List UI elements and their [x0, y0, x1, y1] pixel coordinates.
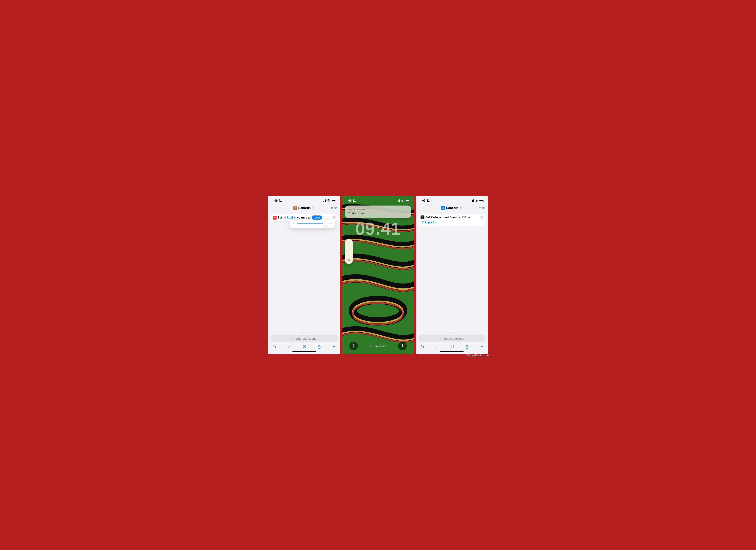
- speaker-icon: [347, 258, 351, 262]
- svg-rect-9: [443, 208, 443, 208]
- cellular-icon: [471, 199, 474, 202]
- action-text-set: Set: [278, 216, 282, 219]
- run-button[interactable]: [480, 344, 483, 350]
- cellular-icon: [397, 199, 400, 202]
- svg-rect-12: [422, 222, 424, 223]
- search-icon: [440, 337, 443, 340]
- shortcut-icon: [441, 206, 445, 210]
- undo-button[interactable]: [421, 344, 424, 350]
- svg-line-15: [442, 339, 442, 340]
- camera-button[interactable]: [398, 342, 407, 350]
- grabber[interactable]: [301, 333, 307, 333]
- grabber[interactable]: [449, 333, 455, 333]
- siri-request-text: Hey Siri sonorus: [348, 208, 365, 211]
- title-chevron-icon[interactable]: [312, 206, 315, 210]
- svg-rect-8: [442, 207, 444, 209]
- notifications-indicator[interactable]: 9 Notifications: [370, 345, 386, 347]
- apple-tv-token[interactable]: Apple TV: [421, 220, 438, 224]
- volume-slider-thumb[interactable]: [323, 222, 328, 226]
- action-app-icon: [273, 216, 277, 220]
- volume-hud: [345, 239, 353, 264]
- home-indicator[interactable]: [292, 351, 316, 352]
- phone-left-shortcuts: 09:41 Sonorus Done: [268, 196, 340, 354]
- share-button[interactable]: [317, 344, 321, 350]
- flashlight-button[interactable]: [349, 342, 358, 350]
- three-phone-canvas: 09:41 Sonorus Done: [263, 192, 493, 358]
- share-button[interactable]: [465, 344, 469, 350]
- status-bar: 09:41: [416, 196, 488, 204]
- phone-middle-lockscreen: 09:41 Hey Siri sonorus That's done. 09:4…: [342, 196, 414, 354]
- apple-tv-label: Apple TV: [425, 221, 437, 224]
- battery-icon: [479, 200, 484, 202]
- editor-toolbar: [418, 342, 485, 350]
- nav-bar: Sonorus Done: [416, 204, 488, 212]
- speaker-low-icon: [293, 222, 295, 225]
- search-actions-field[interactable]: Search Actions: [418, 335, 485, 342]
- nav-bar: Sonorus Done: [268, 204, 340, 212]
- home-indicator[interactable]: [440, 351, 464, 352]
- status-time: 09:41: [348, 199, 356, 202]
- undo-button[interactable]: [273, 344, 277, 350]
- cellular-icon: [323, 199, 326, 202]
- redo-button[interactable]: [288, 344, 292, 350]
- svg-point-17: [452, 346, 452, 346]
- action-card-reduce-loud-sounds[interactable]: Set Reduce Loud Sounds Off on Apple TV: [418, 214, 485, 226]
- status-time: 09:41: [274, 199, 282, 202]
- action-delete-button[interactable]: [480, 215, 484, 219]
- action-text-b: on: [468, 216, 472, 219]
- media-token[interactable]: Media: [283, 216, 296, 220]
- title-chevron-icon[interactable]: [460, 206, 463, 210]
- edit-request-icon[interactable]: [366, 208, 368, 210]
- info-button[interactable]: [450, 344, 454, 350]
- search-icon: [292, 337, 295, 340]
- volume-slider-track[interactable]: [297, 223, 327, 224]
- info-button[interactable]: [303, 344, 306, 350]
- status-bar: 09:41: [268, 196, 340, 204]
- action-text-volumeto: volume to: [297, 216, 311, 219]
- run-button[interactable]: [332, 344, 335, 350]
- action-app-icon: [421, 215, 424, 219]
- siri-response-card[interactable]: Hey Siri sonorus That's done.: [345, 206, 411, 218]
- svg-point-3: [304, 346, 305, 346]
- search-placeholder: Search Actions: [296, 337, 316, 341]
- speaker-high-icon: [329, 222, 332, 226]
- siri-response-text: That's done.: [348, 212, 408, 215]
- svg-rect-18: [452, 346, 452, 347]
- action-text-a: Set Reduce Loud Sounds: [426, 216, 460, 219]
- lockscreen-time: 09:41: [342, 219, 414, 239]
- svg-line-1: [294, 339, 294, 340]
- editor-toolbar: [271, 342, 338, 350]
- wifi-icon: [327, 199, 330, 202]
- svg-rect-4: [304, 346, 305, 347]
- phone-right-shortcuts: 09:41 Sonorus Done: [416, 196, 488, 354]
- notifications-text: 9 Notifications: [372, 345, 386, 347]
- volume-value-token[interactable]: 100%: [312, 215, 322, 220]
- svg-point-7: [402, 345, 403, 347]
- tv-icon: [422, 221, 424, 223]
- battery-icon: [331, 200, 336, 202]
- shortcut-title: Sonorus: [298, 206, 311, 210]
- off-token[interactable]: Off: [461, 215, 467, 219]
- shortcut-title: Sonorus: [446, 206, 458, 210]
- status-bar: 09:41: [342, 196, 414, 204]
- wifi-icon: [475, 200, 478, 202]
- redo-button[interactable]: [435, 344, 439, 350]
- volume-slider-popover[interactable]: [290, 220, 335, 228]
- media-token-label: Media: [287, 216, 295, 219]
- bottom-area: Search Actions: [268, 333, 340, 354]
- status-time: 09:41: [422, 199, 430, 202]
- svg-rect-10: [443, 208, 443, 208]
- search-actions-field[interactable]: Search Actions: [271, 335, 338, 342]
- bottom-area: Search Actions: [416, 333, 488, 354]
- battery-icon: [405, 200, 410, 202]
- wifi-icon: [401, 200, 404, 202]
- dot-icon: [370, 345, 371, 346]
- search-placeholder: Search Actions: [444, 337, 464, 341]
- image-attribution: GadgetHacks.com: [466, 354, 489, 357]
- shortcut-icon: [293, 206, 297, 210]
